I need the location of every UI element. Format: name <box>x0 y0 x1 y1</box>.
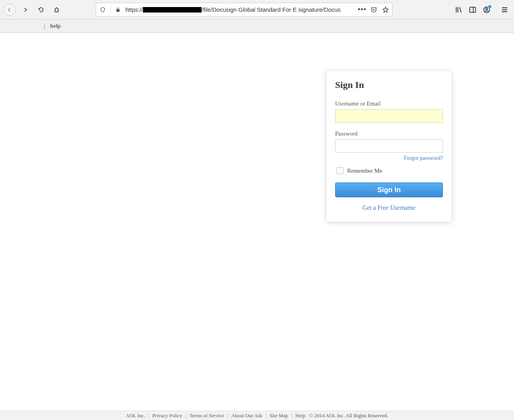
url-redacted <box>143 7 202 13</box>
nav-reload-button[interactable] <box>35 4 47 16</box>
password-label: Password <box>335 130 443 137</box>
footer-help-link[interactable]: Help <box>295 413 305 419</box>
svg-point-2 <box>486 8 488 10</box>
url-suffix: /file/Docusign Global Standard For E sig… <box>202 6 341 13</box>
signin-heading: Sign In <box>335 80 443 90</box>
svg-rect-0 <box>470 7 476 12</box>
menu-icon[interactable] <box>501 6 509 14</box>
nav-back-button[interactable] <box>3 4 16 16</box>
subbar-help-link[interactable]: help <box>50 23 61 29</box>
subbar-separator: | <box>44 23 45 30</box>
url-bar[interactable]: https:///file/Docusign Global Standard F… <box>96 3 393 17</box>
page-actions-icon[interactable]: ••• <box>359 6 366 13</box>
url-bar-right: ••• <box>359 6 389 13</box>
page-content: Sign In Username or Email Password Forgo… <box>0 33 514 411</box>
remember-me-row[interactable]: Remember Me <box>335 166 443 175</box>
footer-copyright: © 2014 AOL Inc. All Rights Reserved. <box>309 413 388 419</box>
sidebar-icon[interactable] <box>469 6 477 14</box>
notification-dot <box>488 5 492 9</box>
footer-separator: | <box>148 413 150 419</box>
arrow-right-icon <box>22 7 29 13</box>
remember-me-checkbox[interactable] <box>337 167 344 174</box>
account-icon[interactable] <box>483 6 491 14</box>
library-icon[interactable] <box>455 6 462 14</box>
password-input[interactable] <box>335 139 443 153</box>
home-icon <box>54 7 60 13</box>
footer-separator: | <box>266 413 267 419</box>
footer-separator: | <box>185 413 186 419</box>
get-free-username-link[interactable]: Get a Free Username <box>362 204 416 211</box>
footer-company-link[interactable]: AOL Inc. <box>126 413 145 419</box>
pocket-icon[interactable] <box>370 6 377 13</box>
footer-sitemap-link[interactable]: Site Map <box>269 413 288 419</box>
nav-forward-button[interactable] <box>20 4 31 16</box>
sub-bar: | help <box>0 20 514 33</box>
lock-icon[interactable] <box>114 6 121 13</box>
reload-icon <box>38 7 44 13</box>
url-prefix: https:// <box>125 6 143 13</box>
username-label: Username or Email <box>335 100 443 107</box>
arrow-left-icon <box>6 7 12 13</box>
chrome-right-tools <box>455 6 511 14</box>
bookmark-star-icon[interactable] <box>382 6 389 13</box>
remember-me-label: Remember Me <box>347 168 382 174</box>
signin-card: Sign In Username or Email Password Forgo… <box>327 71 452 222</box>
forgot-password-link[interactable]: Forgot password? <box>404 155 443 161</box>
url-bar-separator <box>110 5 111 14</box>
page-footer: AOL Inc. | Privacy Policy | Terms of Ser… <box>0 411 514 420</box>
nav-home-button[interactable] <box>51 4 62 16</box>
footer-terms-link[interactable]: Terms of Service <box>189 413 224 419</box>
footer-separator: | <box>291 413 293 419</box>
footer-separator: | <box>227 413 228 419</box>
browser-chrome: https:///file/Docusign Global Standard F… <box>0 0 514 20</box>
url-text[interactable]: https:///file/Docusign Global Standard F… <box>125 6 355 13</box>
footer-ads-link[interactable]: About Our Ads <box>231 413 262 419</box>
username-input[interactable] <box>335 109 443 123</box>
signin-button[interactable]: Sign In <box>335 182 443 197</box>
footer-privacy-link[interactable]: Privacy Policy <box>152 413 182 419</box>
shield-icon[interactable] <box>99 6 106 13</box>
